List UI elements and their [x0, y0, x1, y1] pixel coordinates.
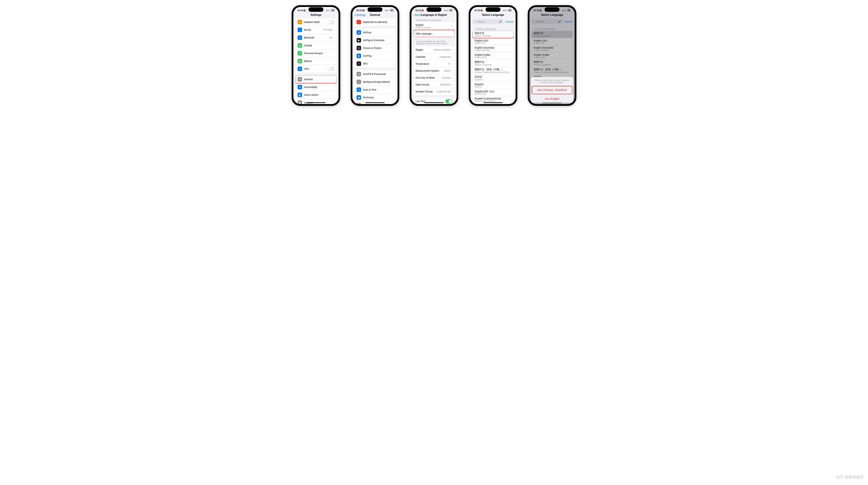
back-button[interactable]: Back: [413, 13, 421, 16]
toggle[interactable]: [328, 20, 334, 24]
lang-english-australia[interactable]: English (Australia)English (Australia): [472, 45, 514, 52]
row-dictionary[interactable]: ▣ Dictionary›: [354, 94, 396, 101]
general-group-features: ⊟ AutoFill & Passwords› ↻ Background App…: [354, 70, 396, 104]
row-value: °C: [448, 62, 451, 65]
lang-native: English (India): [475, 54, 490, 56]
row-first-day-of-week[interactable]: First Day of Week Sunday ›: [413, 74, 455, 81]
row-label: Personal Hotspot: [304, 52, 333, 55]
row-airdrop[interactable]: ◎ AirDrop›: [354, 29, 396, 36]
row-bluetooth[interactable]: ∗ BluetoothOn›: [296, 34, 336, 41]
camera-icon: ◉: [298, 100, 302, 104]
lang-chinese-traditional[interactable]: 繁體中文Chinese, Traditional: [472, 59, 514, 67]
drag-handle-icon[interactable]: ≡: [451, 25, 453, 28]
live-text-toggle[interactable]: [445, 99, 453, 103]
picture-in-picture-icon: ⊡: [356, 46, 361, 50]
row-measurement-system[interactable]: Measurement System Metric ›: [413, 67, 455, 74]
row-live-text[interactable]: Live Text: [413, 98, 455, 104]
personal-hotspot-icon: ☍: [298, 51, 302, 56]
row-accessibility[interactable]: ⊕ Accessibility›: [296, 83, 336, 91]
applecare-warranty-icon: [356, 20, 361, 24]
row-camera[interactable]: ◉ Camera›: [296, 99, 336, 104]
cancel-button[interactable]: Cancel: [505, 20, 514, 23]
lang-native: 繁體中文（香港［中國］）: [475, 68, 504, 71]
row-region[interactable]: Region China mainland ›: [413, 46, 455, 53]
fonts-icon: Aa: [356, 103, 361, 104]
lang-chinese-simplified[interactable]: 简体中文Chinese, Simplified: [472, 31, 514, 38]
row-english[interactable]: EnglishiPhone Language ≡: [413, 22, 455, 30]
lang-native: 简体中文: [475, 32, 484, 34]
row-nfc[interactable]: ◊ NFC›: [354, 60, 396, 67]
row-general[interactable]: ⚙ General›: [296, 75, 336, 83]
row-cellular[interactable]: ⊞ Cellular›: [296, 41, 336, 49]
home-indicator[interactable]: [306, 102, 326, 103]
lang-english-uk[interactable]: English (UK)English (UK): [472, 38, 514, 45]
region-settings-group: Region China mainland › Calendar Gregori…: [413, 46, 455, 95]
signal-icon: •ıı: [444, 9, 446, 11]
row-value: China mainland: [433, 48, 450, 51]
home-indicator[interactable]: [425, 102, 443, 103]
search-input[interactable]: ⌕ Search 🎤: [472, 19, 504, 24]
lang-english: Chinese, Simplified: [475, 35, 512, 37]
status-time: 10:15: [356, 9, 362, 12]
lang-english-india[interactable]: English (India)English (India): [472, 52, 514, 59]
chevron-right-icon: ›: [393, 80, 393, 84]
lang-english: Japanese: [475, 78, 512, 80]
row-personal-hotspot[interactable]: ☍ Personal Hotspot›: [296, 49, 336, 57]
nfc-icon: ◊: [356, 61, 361, 66]
home-indicator[interactable]: [484, 102, 503, 103]
lang-spanish-us[interactable]: Español (EE. UU.)Spanish (US): [472, 89, 514, 96]
row-autofill-passwords[interactable]: ⊟ AutoFill & Passwords›: [354, 70, 396, 78]
lang-chinese-traditional-hong-kong-china[interactable]: 繁體中文（香港［中國］）Chinese, Traditional (Hong K…: [472, 67, 514, 74]
row-battery[interactable]: ▮ Battery›: [296, 57, 336, 65]
row-label: English: [415, 24, 424, 26]
lang-spanish-latin-america[interactable]: Español (Latinoamérica)Spanish (Latin Am…: [472, 96, 514, 103]
home-indicator[interactable]: [365, 102, 384, 103]
content[interactable]: ✈︎ Airplane Mode ⌵ WLANTP-LINK› ∗ Blueto…: [293, 18, 339, 104]
row-calendar[interactable]: Calendar Gregorian ›: [413, 53, 455, 60]
row-picture-in-picture[interactable]: ⊡ Picture in Picture›: [354, 44, 396, 52]
sheet-option-chinese[interactable]: Use Chinese, Simplified: [532, 86, 572, 94]
phone-2: 10:15🔕 •ııᯤ5G Settings General AppleCare…: [351, 5, 399, 106]
row-label: Number Format: [415, 90, 436, 93]
row-add-language[interactable]: Add Language...: [413, 30, 455, 37]
lang-native: Español (Latinoamérica): [475, 97, 501, 100]
lang-french[interactable]: FrançaisFrench: [472, 103, 514, 104]
row-label: VPN: [304, 67, 328, 70]
lang-english: Chinese, Traditional (Hong Kong [China]): [475, 71, 512, 73]
row-label: Calendar: [415, 56, 439, 58]
row-background-app-refresh[interactable]: ↻ Background App Refresh›: [354, 78, 396, 86]
general-icon: ⚙: [298, 77, 302, 82]
row-number-format[interactable]: Number Format 1,234,567.89 ›: [413, 88, 455, 95]
back-button[interactable]: Settings: [354, 13, 366, 16]
row-label: AutoFill & Passwords: [363, 73, 392, 75]
chevron-right-icon: ›: [393, 39, 393, 42]
phone-1: 10:15🔕 •ııᯤ5G Settings ✈︎ Airplane Mode …: [292, 5, 340, 106]
lang-spanish[interactable]: EspañolSpanish: [472, 82, 514, 89]
lang-native: 日本語: [475, 75, 482, 78]
row-airplay-continuity[interactable]: ▶ AirPlay & Continuity›: [354, 36, 396, 44]
row-temperature[interactable]: Temperature °C ›: [413, 60, 455, 67]
row-vpn[interactable]: ⊙ VPN: [296, 65, 336, 73]
notch: [427, 7, 441, 12]
lang-japanese[interactable]: 日本語Japanese: [472, 74, 514, 82]
content[interactable]: IPHONE LANGUAGES 简体中文Chinese, Simplified…: [470, 26, 516, 104]
navbar: Select Language: [470, 12, 516, 18]
chevron-right-icon: ›: [393, 46, 393, 50]
row-airplane-mode[interactable]: ✈︎ Airplane Mode: [296, 18, 336, 26]
mic-icon[interactable]: 🎤: [499, 20, 502, 23]
toggle[interactable]: [328, 67, 334, 71]
content[interactable]: PREFERRED LANGUAGES EnglishiPhone Langua…: [411, 18, 457, 104]
row-applecare-warranty[interactable]: AppleCare & Warranty›: [354, 18, 396, 26]
row-value: 2024/8/19: [439, 83, 450, 86]
row-carplay[interactable]: ⊞ CarPlay›: [354, 52, 396, 60]
sheet-option-english[interactable]: Use English: [531, 95, 573, 103]
phone-5: 10:15🔕 •ııᯤ5G Select Language ⌕ Search 🎤…: [528, 5, 576, 106]
lang-native: Español (EE. UU.): [475, 90, 494, 93]
row-action-button[interactable]: ◧ Action Button›: [296, 91, 336, 99]
content[interactable]: AppleCare & Warranty› ◎ AirDrop› ▶ AirPl…: [352, 18, 398, 104]
status-time: 10:15: [415, 9, 421, 12]
chevron-right-icon: ›: [334, 28, 334, 31]
row-date-format[interactable]: Date Format 2024/8/19 ›: [413, 81, 455, 88]
row-date-time[interactable]: ◷ Date & Time›: [354, 86, 396, 94]
row-wlan[interactable]: ⌵ WLANTP-LINK›: [296, 26, 336, 34]
